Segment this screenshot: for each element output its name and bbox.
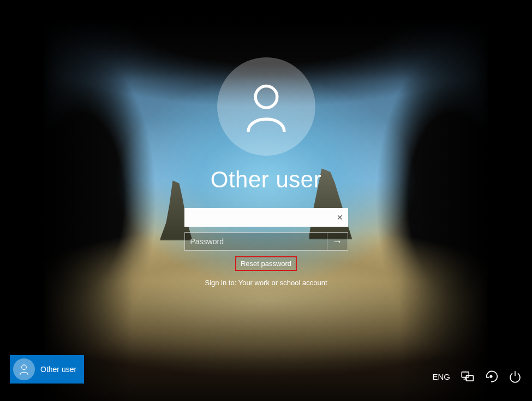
system-tray: ENG bbox=[432, 369, 522, 384]
submit-button[interactable]: → bbox=[327, 232, 348, 251]
ease-of-access-button[interactable] bbox=[484, 369, 498, 384]
svg-point-1 bbox=[22, 365, 27, 370]
password-row: → bbox=[184, 232, 348, 251]
power-button[interactable] bbox=[508, 369, 522, 384]
user-switcher-other-user[interactable]: Other user bbox=[10, 355, 84, 384]
signin-hint: Sign in to: Your work or school account bbox=[205, 279, 327, 287]
close-icon: ✕ bbox=[337, 213, 343, 222]
svg-rect-2 bbox=[462, 372, 469, 378]
user-title: Other user bbox=[211, 167, 321, 193]
username-row: ✕ bbox=[184, 208, 348, 227]
network-icon bbox=[460, 369, 474, 384]
network-button[interactable] bbox=[460, 369, 474, 384]
login-panel: Other user ✕ → Reset password Sign in to… bbox=[184, 57, 348, 287]
ease-of-access-icon bbox=[484, 369, 498, 384]
username-input[interactable] bbox=[184, 208, 332, 227]
user-switcher-label: Other user bbox=[40, 365, 76, 374]
svg-point-6 bbox=[489, 375, 492, 378]
svg-rect-3 bbox=[466, 375, 473, 381]
reset-password-link[interactable]: Reset password bbox=[235, 256, 297, 271]
password-input[interactable] bbox=[184, 232, 327, 251]
arrow-right-icon: → bbox=[332, 236, 342, 247]
user-avatar bbox=[217, 57, 315, 156]
user-icon bbox=[17, 363, 31, 376]
power-icon bbox=[508, 369, 522, 384]
clear-username-button[interactable]: ✕ bbox=[332, 208, 348, 227]
language-button[interactable]: ENG bbox=[432, 372, 450, 381]
user-switcher-avatar bbox=[13, 358, 35, 380]
svg-point-0 bbox=[255, 86, 277, 108]
user-icon bbox=[236, 76, 296, 137]
